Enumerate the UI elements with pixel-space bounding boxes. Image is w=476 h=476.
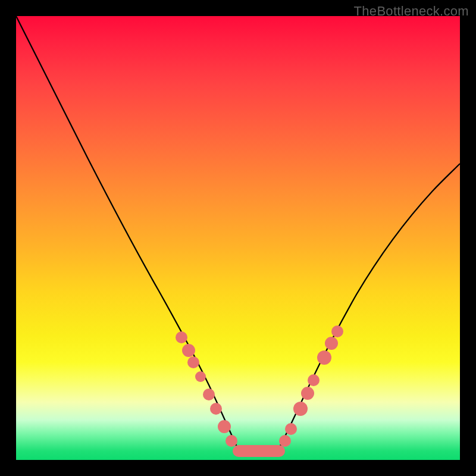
marker-dot [308,374,320,386]
plot-area [16,16,460,460]
marker-dot [226,435,237,447]
chart-frame: TheBottleneck.com [0,0,476,476]
watermark-text: TheBottleneck.com [354,4,469,19]
marker-dot [301,387,314,400]
marker-dot [331,325,343,337]
marker-dot [210,403,222,415]
bottom-bar [233,445,285,457]
marker-dot [293,402,308,416]
curve-layer [16,16,460,460]
marker-dot [325,337,338,350]
marker-dot [182,344,195,357]
marker-dot [176,331,187,343]
marker-dot [195,371,206,382]
marker-dot [285,423,297,435]
marker-dot [187,356,199,368]
marker-dot [218,420,231,433]
marker-dot [279,435,291,447]
curve-left [16,16,239,450]
marker-dot [317,350,331,365]
marker-dot [203,389,215,400]
